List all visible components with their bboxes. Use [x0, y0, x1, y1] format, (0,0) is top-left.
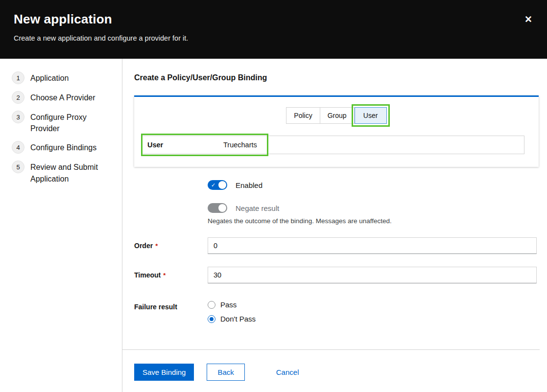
timeout-input[interactable]	[208, 267, 537, 283]
required-asterisk: *	[163, 272, 166, 279]
footer-actions: Save Binding Back Cancel	[134, 350, 540, 381]
step-number: 4	[12, 141, 24, 154]
wizard-sidebar: 1 Application 2 Choose A Provider 3 Conf…	[0, 59, 122, 392]
failure-result-label: Failure result	[134, 299, 208, 323]
tab-user[interactable]: User	[355, 107, 387, 124]
modal-header: New application Create a new application…	[0, 0, 547, 59]
back-button[interactable]: Back	[207, 364, 244, 381]
order-input[interactable]	[208, 237, 537, 254]
enabled-label: Enabled	[236, 181, 262, 189]
tab-group[interactable]: Group	[320, 107, 355, 124]
sidebar-item-configure-proxy-provider[interactable]: 3 Configure Proxy Provider	[12, 111, 115, 134]
negate-result-help: Negates the outcome of the binding. Mess…	[208, 217, 540, 225]
failure-result-row: Failure result Pass Don't Pass	[134, 299, 540, 323]
radio-circle-selected-icon[interactable]	[208, 315, 215, 323]
order-label: Order*	[134, 237, 208, 254]
binding-card: Policy Group User User Truecharts	[134, 95, 539, 167]
main-panel: Create a Policy/User/Group Binding Polic…	[122, 59, 547, 392]
form-title: Create a Policy/User/Group Binding	[134, 73, 540, 82]
step-label: Review and Submit Application	[30, 161, 115, 184]
user-row-label: User	[147, 141, 223, 149]
tab-policy[interactable]: Policy	[286, 107, 320, 124]
sidebar-item-review-submit[interactable]: 5 Review and Submit Application	[12, 161, 115, 184]
radio-pass-label: Pass	[220, 300, 237, 309]
toggle-knob	[218, 181, 226, 189]
sidebar-item-configure-bindings[interactable]: 4 Configure Bindings	[12, 141, 115, 154]
user-select-row[interactable]: User Truecharts	[142, 136, 524, 154]
close-icon[interactable]: ✕	[524, 15, 532, 24]
step-label: Configure Proxy Provider	[30, 111, 115, 134]
step-label: Application	[30, 71, 69, 84]
step-number: 2	[12, 91, 24, 104]
cancel-button[interactable]: Cancel	[276, 368, 299, 376]
page-title: New application	[14, 12, 533, 27]
sidebar-item-application[interactable]: 1 Application	[12, 71, 115, 84]
negate-result-label: Negate result	[236, 204, 279, 212]
radio-pass[interactable]: Pass	[208, 300, 256, 309]
enabled-toggle[interactable]: ✓	[208, 180, 227, 190]
timeout-field-row: Timeout*	[134, 267, 540, 283]
radio-dont-pass-label: Don't Pass	[220, 315, 256, 323]
toggle-knob	[218, 204, 226, 212]
timeout-label: Timeout*	[134, 267, 208, 283]
step-number: 1	[12, 71, 24, 84]
page-subtitle: Create a new application and configure a…	[14, 34, 533, 42]
required-asterisk: *	[155, 242, 158, 250]
order-field-row: Order*	[134, 237, 540, 254]
step-number: 3	[12, 111, 24, 123]
negate-result-row: Negate result	[208, 203, 540, 213]
negate-result-toggle[interactable]	[208, 203, 227, 213]
check-icon: ✓	[211, 181, 215, 189]
save-binding-button[interactable]: Save Binding	[134, 364, 194, 381]
failure-result-options: Pass Don't Pass	[208, 299, 256, 323]
step-number: 5	[12, 161, 24, 173]
step-label: Configure Bindings	[30, 141, 96, 153]
radio-dont-pass[interactable]: Don't Pass	[208, 315, 256, 323]
sidebar-item-choose-provider[interactable]: 2 Choose A Provider	[12, 91, 115, 104]
user-row-value: Truecharts	[223, 141, 257, 149]
step-label: Choose A Provider	[30, 91, 95, 103]
radio-circle-icon[interactable]	[208, 301, 215, 309]
binding-type-toggle-group: Policy Group User	[286, 107, 386, 124]
enabled-row: ✓ Enabled	[208, 180, 540, 190]
